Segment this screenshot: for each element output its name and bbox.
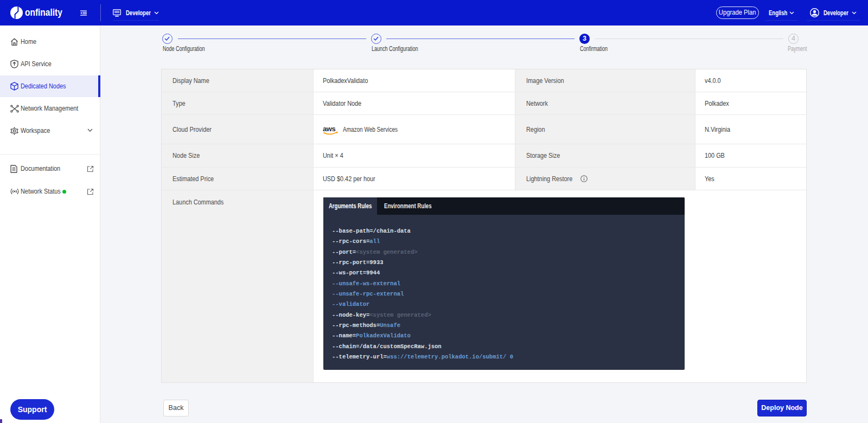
svg-text:aws: aws bbox=[323, 125, 336, 133]
